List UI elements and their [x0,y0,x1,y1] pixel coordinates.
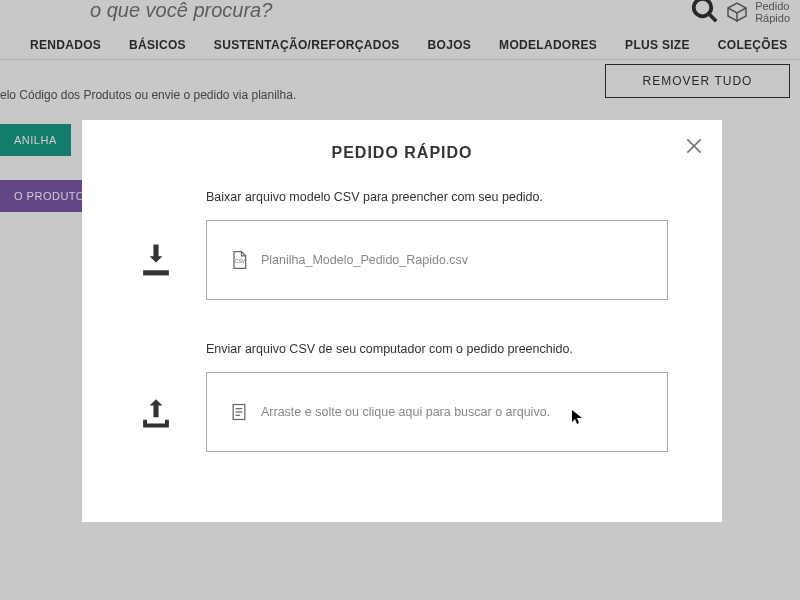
document-icon [229,402,249,422]
mouse-cursor [572,410,584,426]
upload-dropzone[interactable]: Arraste e solte ou clique aqui para busc… [206,372,668,452]
upload-hint: Arraste e solte ou clique aqui para busc… [261,405,550,419]
quick-order-modal: PEDIDO RÁPIDO Baixar arquivo modelo CSV … [82,120,722,522]
download-file-box[interactable]: CSV Planilha_Modelo_Pedido_Rapido.csv [206,220,668,300]
modal-title: PEDIDO RÁPIDO [136,144,668,162]
download-section: Baixar arquivo modelo CSV para preencher… [136,190,668,300]
download-icon [136,242,176,278]
svg-text:CSV: CSV [235,258,246,264]
csv-file-icon: CSV [229,250,249,270]
upload-icon [136,394,176,430]
upload-section: Enviar arquivo CSV de seu computador com… [136,342,668,452]
download-label: Baixar arquivo modelo CSV para preencher… [206,190,668,204]
download-filename: Planilha_Modelo_Pedido_Rapido.csv [261,253,468,267]
close-icon[interactable] [684,136,704,156]
svg-rect-4 [143,270,169,275]
upload-label: Enviar arquivo CSV de seu computador com… [206,342,668,356]
